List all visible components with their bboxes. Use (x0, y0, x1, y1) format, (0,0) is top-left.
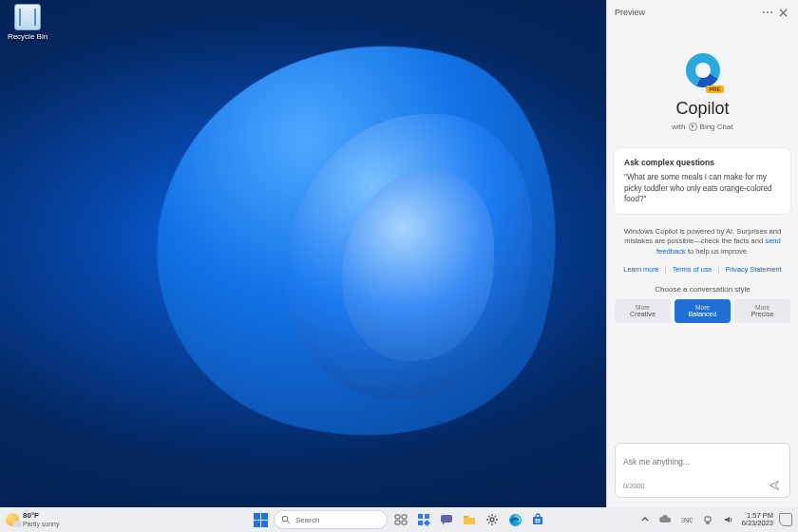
style-top: More (676, 304, 729, 312)
disclaimer-suffix: to help us improve. (686, 247, 749, 256)
system-tray: ENG 1:57 PM 6/23/2023 (637, 510, 792, 529)
suggestion-card-example: "What are some meals I can make for my p… (624, 172, 781, 203)
suggestion-card[interactable]: Ask complex questions "What are some mea… (615, 148, 790, 214)
recycle-bin-icon (14, 4, 41, 30)
subtitle-brand: Bing Chat (700, 123, 733, 131)
svg-point-11 (490, 518, 494, 522)
tray-volume-icon[interactable] (721, 510, 736, 529)
task-view-icon[interactable] (391, 510, 410, 529)
svg-rect-3 (395, 521, 400, 524)
svg-text:ENG: ENG (681, 517, 693, 523)
widgets-icon[interactable] (414, 510, 433, 529)
start-button[interactable] (251, 510, 270, 529)
svg-rect-9 (441, 515, 452, 522)
svg-rect-6 (425, 514, 429, 519)
style-balanced-button[interactable]: More Balanced (674, 299, 731, 324)
tray-network-icon[interactable] (700, 510, 715, 529)
copilot-header-title: Preview (615, 8, 645, 17)
svg-rect-1 (395, 515, 400, 519)
clock-date: 6/23/2023 (742, 520, 773, 527)
svg-rect-19 (705, 517, 711, 522)
svg-rect-15 (539, 519, 541, 521)
search-icon (281, 515, 291, 524)
svg-rect-14 (536, 519, 538, 521)
copilot-logo-icon: PRE (684, 53, 722, 91)
svg-rect-8 (424, 520, 430, 526)
store-icon[interactable] (528, 510, 547, 529)
style-heading: Choose a conversation style (607, 285, 798, 294)
char-counter: 0/2000 (623, 482, 645, 490)
svg-rect-5 (418, 514, 423, 519)
conversation-styles: More Creative More Balanced More Precise (607, 299, 798, 324)
disclaimer-prefix: Windows Copilot is powered by AI. Surpri… (624, 227, 781, 246)
copilot-panel: Preview ⋯ PRE Copilot with Bing Chat Ask… (606, 0, 798, 507)
svg-rect-10 (464, 516, 468, 518)
pre-badge: PRE (706, 86, 723, 93)
style-creative-button[interactable]: More Creative (615, 299, 671, 324)
tray-language-icon[interactable]: ENG (679, 510, 694, 529)
close-icon[interactable] (775, 5, 790, 20)
edge-icon[interactable] (505, 510, 524, 529)
taskbar-center: Search (251, 510, 547, 529)
suggestion-card-title: Ask complex questions (624, 158, 781, 168)
more-icon[interactable]: ⋯ (760, 5, 775, 20)
send-icon[interactable] (767, 478, 782, 493)
tray-onedrive-icon[interactable] (658, 510, 674, 529)
privacy-link[interactable]: Privacy Statement (725, 265, 781, 274)
weather-condition: Partly sunny (23, 521, 60, 527)
copilot-hero: PRE Copilot with Bing Chat (607, 25, 798, 139)
taskbar: 80°F Partly sunny Search (0, 507, 798, 532)
style-bottom: Creative (617, 311, 669, 318)
separator: | (717, 265, 719, 274)
svg-point-0 (282, 516, 288, 522)
style-bottom: Precise (736, 311, 788, 318)
learn-more-link[interactable]: Learn more (623, 265, 658, 274)
subtitle-prefix: with (672, 123, 685, 131)
composer: 0/2000 (607, 435, 798, 507)
svg-rect-13 (533, 517, 542, 524)
style-precise-button[interactable]: More Precise (734, 299, 790, 324)
style-bottom: Balanced (676, 311, 729, 318)
ask-box[interactable]: 0/2000 (615, 443, 790, 498)
footer-links: Learn more | Terms of use | Privacy Stat… (607, 263, 798, 281)
svg-rect-16 (536, 522, 538, 523)
style-top: More (617, 304, 669, 312)
taskbar-search[interactable]: Search (274, 510, 388, 529)
weather-temp: 80°F (23, 512, 60, 520)
terms-link[interactable]: Terms of use (673, 265, 712, 274)
bing-icon (689, 123, 697, 131)
search-placeholder: Search (295, 516, 319, 524)
style-top: More (736, 304, 788, 312)
tray-chevron-icon[interactable] (637, 510, 653, 529)
copilot-subtitle: with Bing Chat (617, 123, 788, 131)
chat-icon[interactable] (437, 510, 456, 529)
separator: | (665, 265, 667, 274)
weather-widget[interactable]: 80°F Partly sunny (6, 512, 60, 527)
svg-rect-7 (418, 521, 423, 525)
settings-icon[interactable] (483, 510, 502, 529)
disclaimer-text: Windows Copilot is powered by AI. Surpri… (607, 214, 798, 263)
copilot-title: Copilot (617, 99, 788, 119)
file-explorer-icon[interactable] (460, 510, 479, 529)
taskbar-clock[interactable]: 1:57 PM 6/23/2023 (742, 512, 773, 527)
notifications-icon[interactable] (779, 513, 792, 526)
svg-rect-4 (402, 521, 407, 524)
recycle-bin-label: Recycle Bin (4, 32, 51, 41)
svg-rect-2 (402, 515, 407, 519)
copilot-header: Preview ⋯ (607, 0, 798, 25)
recycle-bin-desktop-icon[interactable]: Recycle Bin (4, 4, 51, 41)
weather-icon (6, 513, 19, 526)
ask-input[interactable] (623, 457, 782, 466)
svg-rect-17 (539, 522, 541, 523)
